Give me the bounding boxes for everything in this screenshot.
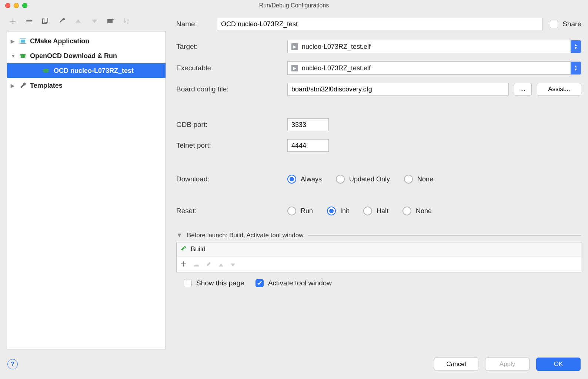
browse-button[interactable]: ...: [514, 83, 532, 95]
before-launch-item-label: Build: [191, 245, 206, 253]
titlebar: Run/Debug Configurations: [0, 0, 588, 11]
target-select[interactable]: ▶ nucleo-L073RZ_test.elf ▲▼: [287, 40, 581, 53]
reset-radio-group: Run Init Halt None: [287, 207, 581, 215]
ok-button[interactable]: OK: [536, 358, 581, 371]
show-page-checkbox[interactable]: [184, 279, 192, 287]
dropdown-arrows-icon: ▲▼: [571, 40, 581, 53]
tree-node-templates[interactable]: ▶ Templates: [7, 78, 166, 93]
radio-label: Updated Only: [349, 175, 390, 183]
maximize-window-button[interactable]: [22, 3, 27, 8]
svg-rect-9: [21, 54, 25, 58]
download-label: Download:: [176, 175, 280, 183]
name-input[interactable]: [217, 18, 542, 30]
tree-label: OCD nucleo-L073RZ_test: [54, 67, 134, 75]
wrench-icon: [19, 81, 27, 90]
tree-node-cmake[interactable]: ▶ CMake Application: [7, 34, 166, 48]
show-page-label: Show this page: [196, 279, 244, 287]
before-launch-item[interactable]: Build: [177, 242, 581, 256]
tree-node-selected-config[interactable]: OCD nucleo-L073RZ_test: [7, 63, 166, 78]
config-tree[interactable]: ▶ CMake Application ▼ OpenOCD Download &…: [7, 31, 166, 349]
config-toolbar: az: [7, 11, 166, 31]
executable-select[interactable]: ▶ nucleo-L073RZ_test.elf ▲▼: [287, 61, 581, 75]
target-value: nucleo-L073RZ_test.elf: [302, 43, 371, 51]
chip-icon: [42, 67, 50, 75]
right-panel: Name: Share Target: ▶ nucleo-L073RZ_test…: [176, 11, 581, 349]
minimize-window-button[interactable]: [14, 3, 19, 8]
move-down-icon: [90, 17, 98, 25]
before-launch-toolbar: [177, 256, 581, 272]
share-label: Share: [562, 20, 581, 28]
radio-label: Halt: [377, 207, 388, 215]
svg-rect-0: [26, 20, 32, 21]
activate-tool-window-checkbox[interactable]: [255, 279, 264, 287]
save-config-icon[interactable]: [107, 17, 115, 25]
task-down-icon: [231, 261, 235, 268]
gdb-port-input[interactable]: [287, 118, 329, 131]
move-up-icon: [74, 17, 82, 25]
before-launch-section: ▼ Before launch: Build, Activate tool wi…: [176, 232, 581, 287]
add-task-icon[interactable]: [181, 261, 186, 268]
download-radio-group: Always Updated Only None: [287, 175, 581, 184]
telnet-port-label: Telnet port:: [176, 141, 280, 150]
cancel-button[interactable]: Cancel: [434, 358, 478, 371]
disclosure-expanded-icon[interactable]: ▼: [176, 232, 183, 239]
executable-value: nucleo-L073RZ_test.elf: [302, 64, 371, 72]
separator: [308, 235, 581, 236]
copy-config-icon[interactable]: [41, 17, 50, 25]
sort-icon: az: [123, 17, 131, 25]
disclosure-collapsed-icon: ▶: [11, 83, 16, 88]
apply-button[interactable]: Apply: [485, 358, 529, 371]
download-none-radio[interactable]: [404, 175, 413, 184]
edit-defaults-icon[interactable]: [58, 17, 66, 25]
download-always-radio[interactable]: [287, 175, 296, 184]
reset-halt-radio[interactable]: [363, 207, 372, 215]
dialog-window: Run/Debug Configurations az ▶ CMake Appl…: [0, 0, 588, 379]
activate-tool-window-label: Activate tool window: [268, 279, 332, 287]
before-launch-list[interactable]: Build: [176, 242, 581, 272]
before-launch-title: Before launch: Build, Activate tool wind…: [187, 232, 304, 239]
executable-icon: ▶: [291, 43, 298, 50]
download-updated-radio[interactable]: [336, 175, 345, 184]
edit-task-icon: [206, 261, 211, 268]
telnet-port-input[interactable]: [287, 139, 329, 152]
board-config-label: Board config file:: [176, 85, 280, 93]
help-button[interactable]: ?: [7, 359, 18, 369]
svg-rect-2: [44, 18, 48, 22]
disclosure-collapsed-icon: ▶: [11, 38, 16, 44]
remove-task-icon: [194, 261, 199, 268]
chip-icon: [19, 52, 27, 60]
tree-label: OpenOCD Download & Run: [30, 52, 117, 60]
reset-init-radio[interactable]: [327, 207, 336, 215]
radio-label: Always: [301, 175, 322, 183]
hammer-icon: [180, 245, 187, 254]
reset-label: Reset:: [176, 207, 280, 215]
target-label: Target:: [176, 43, 280, 51]
svg-rect-4: [107, 19, 113, 23]
svg-rect-16: [44, 69, 48, 73]
svg-rect-23: [194, 265, 199, 266]
reset-run-radio[interactable]: [287, 207, 296, 215]
window-title: Run/Debug Configurations: [0, 2, 588, 9]
app-icon: [19, 37, 27, 45]
board-config-input[interactable]: [287, 83, 509, 95]
radio-label: Run: [301, 207, 313, 215]
radio-label: None: [416, 207, 432, 215]
task-up-icon: [219, 261, 223, 268]
radio-label: Init: [340, 207, 349, 215]
add-config-icon[interactable]: [9, 17, 17, 25]
remove-config-icon[interactable]: [25, 17, 33, 25]
reset-none-radio[interactable]: [402, 207, 411, 215]
svg-point-3: [63, 18, 65, 20]
tree-label: Templates: [30, 82, 63, 90]
tree-node-openocd[interactable]: ▼ OpenOCD Download & Run: [7, 48, 166, 63]
left-panel: az ▶ CMake Application ▼ OpenOCD Downloa…: [7, 11, 166, 349]
disclosure-expanded-icon: ▼: [11, 53, 16, 59]
svg-rect-8: [21, 40, 25, 43]
dropdown-arrows-icon: ▲▼: [571, 62, 581, 74]
assist-button[interactable]: Assist...: [537, 83, 581, 95]
share-checkbox[interactable]: [550, 20, 558, 28]
radio-label: None: [417, 175, 433, 183]
close-window-button[interactable]: [5, 3, 10, 8]
gdb-port-label: GDB port:: [176, 121, 280, 129]
executable-icon: ▶: [291, 65, 298, 71]
